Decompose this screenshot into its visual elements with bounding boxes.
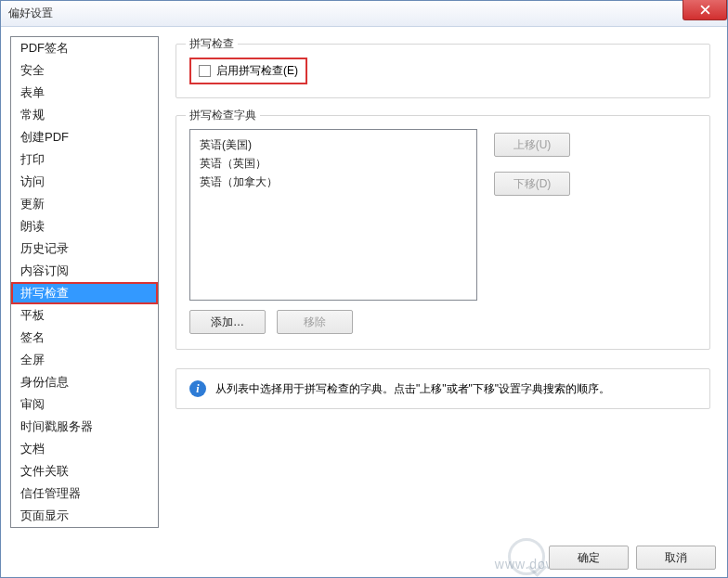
- titlebar: 偏好设置: [1, 1, 727, 27]
- sidebar-item[interactable]: 语言: [11, 527, 158, 528]
- category-sidebar[interactable]: PDF签名安全表单常规创建PDF打印访问更新朗读历史记录内容订阅拼写检查平板签名…: [10, 36, 159, 528]
- sidebar-item[interactable]: 打印: [11, 148, 158, 171]
- dialog-footer: 确定 取消: [549, 546, 716, 570]
- sidebar-item[interactable]: 拼写检查: [11, 282, 158, 304]
- enable-spellcheck-checkbox[interactable]: [199, 65, 211, 77]
- content-panel: 拼写检查 启用拼写检查(E) 拼写检查字典 英语(美国)英语（英国）英语（加拿大…: [168, 36, 718, 528]
- sidebar-item[interactable]: 全屏: [11, 349, 158, 371]
- sidebar-item[interactable]: 审阅: [11, 393, 158, 416]
- watermark-logo: [508, 538, 545, 575]
- sidebar-item[interactable]: 平板: [11, 304, 158, 327]
- sidebar-item[interactable]: 页面显示: [11, 505, 158, 527]
- close-button[interactable]: [682, 0, 727, 20]
- sidebar-item[interactable]: PDF签名: [11, 37, 158, 59]
- cancel-button[interactable]: 取消: [636, 546, 716, 570]
- move-up-button[interactable]: 上移(U): [494, 133, 570, 157]
- sidebar-item[interactable]: 安全: [11, 59, 158, 82]
- info-text: 从列表中选择用于拼写检查的字典。点击"上移"或者"下移"设置字典搜索的顺序。: [215, 381, 610, 397]
- remove-button[interactable]: 移除: [277, 310, 353, 334]
- dialog-body: PDF签名安全表单常规创建PDF打印访问更新朗读历史记录内容订阅拼写检查平板签名…: [1, 27, 727, 537]
- enable-spellcheck-label: 启用拼写检查(E): [216, 63, 298, 79]
- sidebar-item[interactable]: 访问: [11, 171, 158, 193]
- list-item[interactable]: 英语(美国): [200, 135, 467, 154]
- sidebar-item[interactable]: 内容订阅: [11, 260, 158, 282]
- list-item[interactable]: 英语（加拿大）: [200, 173, 467, 191]
- window-title: 偏好设置: [8, 6, 53, 21]
- sidebar-item[interactable]: 更新: [11, 193, 158, 215]
- add-button[interactable]: 添加…: [189, 310, 266, 334]
- dictionary-group-label: 拼写检查字典: [186, 108, 260, 123]
- spellcheck-group: 拼写检查 启用拼写检查(E): [176, 44, 710, 98]
- enable-spellcheck-row[interactable]: 启用拼写检查(E): [189, 58, 307, 84]
- sidebar-item[interactable]: 时间戳服务器: [11, 416, 158, 438]
- sidebar-item[interactable]: 文件关联: [11, 460, 158, 482]
- sidebar-item[interactable]: 签名: [11, 327, 158, 349]
- info-icon: i: [189, 380, 206, 397]
- close-icon: [700, 5, 710, 15]
- move-down-button[interactable]: 下移(D): [494, 172, 570, 196]
- dictionary-group: 拼写检查字典 英语(美国)英语（英国）英语（加拿大） 上移(U) 下移(D) 添…: [176, 115, 710, 350]
- dictionary-listbox[interactable]: 英语(美国)英语（英国）英语（加拿大）: [189, 129, 477, 301]
- spellcheck-group-label: 拼写检查: [186, 36, 238, 52]
- sidebar-item[interactable]: 常规: [11, 104, 158, 126]
- info-box: i 从列表中选择用于拼写检查的字典。点击"上移"或者"下移"设置字典搜索的顺序。: [176, 368, 710, 409]
- sidebar-item[interactable]: 朗读: [11, 215, 158, 238]
- list-item[interactable]: 英语（英国）: [200, 154, 467, 173]
- sidebar-item[interactable]: 表单: [11, 82, 158, 104]
- sidebar-item[interactable]: 创建PDF: [11, 126, 158, 148]
- preferences-window: 偏好设置 PDF签名安全表单常规创建PDF打印访问更新朗读历史记录内容订阅拼写检…: [0, 0, 728, 578]
- sidebar-item[interactable]: 身份信息: [11, 371, 158, 393]
- sidebar-item[interactable]: 文档: [11, 438, 158, 460]
- sidebar-item[interactable]: 历史记录: [11, 238, 158, 260]
- ok-button[interactable]: 确定: [549, 546, 629, 570]
- sidebar-item[interactable]: 信任管理器: [11, 482, 158, 505]
